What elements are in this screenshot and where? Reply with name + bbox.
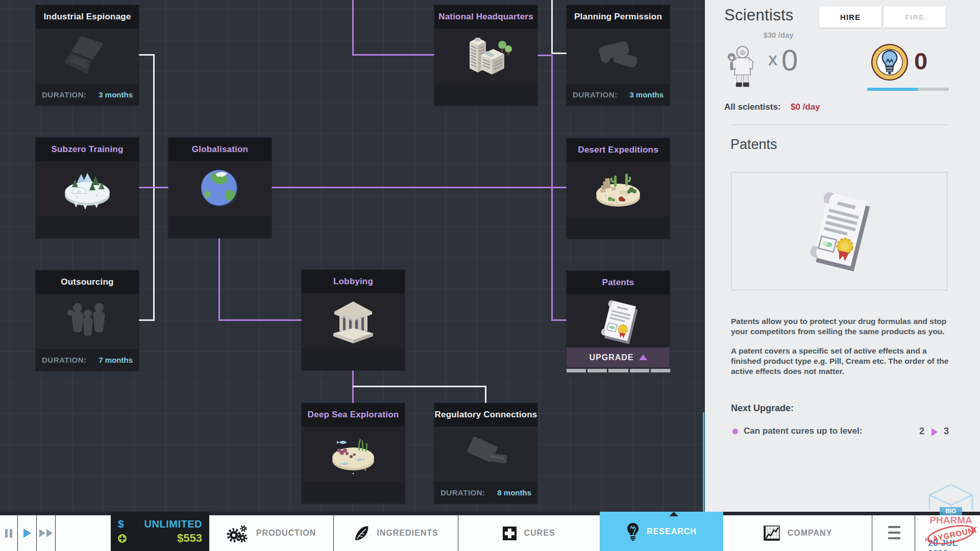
tab-company[interactable]: COMPANY — [723, 515, 872, 551]
pause-button[interactable] — [0, 515, 17, 551]
hire-button[interactable]: HIRE — [819, 6, 881, 28]
research-node-title: Planning Permission — [567, 5, 670, 29]
tab-label: RESEARCH — [647, 527, 697, 536]
tree-connector-line — [537, 55, 553, 56]
fast-forward-button[interactable] — [37, 515, 55, 551]
pause-icon — [5, 529, 12, 538]
upgrade-button[interactable]: UPGRADE — [567, 347, 670, 367]
menu-button[interactable] — [888, 526, 900, 539]
research-node-lobbying[interactable]: Lobbying — [302, 270, 405, 370]
bullet-icon — [732, 429, 738, 434]
globe-icon — [195, 164, 244, 213]
all-scientists-cost: $0 /day — [791, 102, 820, 112]
dollar-icon: $ — [118, 518, 124, 530]
next-upgrade-label: Next Upgrade: — [731, 403, 794, 414]
scientist-count: 0 — [781, 43, 798, 77]
research-node-desert-expeditions[interactable]: Desert Expeditions — [567, 138, 670, 239]
desert-island-icon — [587, 165, 649, 214]
research-node-patents[interactable]: Patents — [567, 271, 670, 367]
research-node-subzero-training[interactable]: Subzero Training — [36, 138, 139, 238]
add-funds-icon — [118, 534, 127, 543]
upgrade-label: UPGRADE — [589, 353, 633, 362]
medical-cross-icon — [503, 527, 517, 540]
research-tree-canvas[interactable]: Industrial Espionage DURATION: 3 months … — [0, 0, 705, 512]
fast-forward-icon — [39, 529, 53, 537]
research-node-title: Regulatory Connections — [434, 403, 537, 427]
tree-connector-line — [139, 187, 168, 188]
scientist-rate: $30 /day — [738, 31, 819, 39]
duration-value: 7 months — [99, 356, 133, 364]
tab-label: CURES — [524, 529, 555, 538]
tab-cures[interactable]: CURES — [458, 515, 600, 551]
research-node-title: Deep Sea Exploration — [302, 403, 405, 427]
tree-connector-line — [352, 54, 434, 56]
research-node-industrial-espionage[interactable]: Industrial Espionage DURATION: 3 months — [36, 5, 139, 106]
duration-label: DURATION: — [440, 488, 485, 497]
tree-connector-line — [218, 238, 220, 321]
play-button[interactable] — [18, 515, 36, 551]
idea-count: 0 — [914, 47, 927, 75]
tree-connector-line — [218, 319, 302, 321]
patents-description-1: Patents allow you to protect your drug f… — [731, 316, 950, 337]
patents-section-title: Patents — [730, 137, 777, 153]
upgrade-current-value: 2 — [919, 426, 924, 437]
tab-label: COMPANY — [788, 529, 832, 538]
gears-icon — [227, 524, 249, 542]
patent-illustration-box — [731, 172, 947, 290]
documents-silhouette-icon — [458, 434, 514, 474]
tree-connector-line — [352, 0, 354, 56]
duration-label: DURATION: — [573, 90, 618, 99]
logo-text-bottom: PHARMA — [929, 515, 972, 525]
big-pharma-logo: BIG PHARMA PLAYGROUND — [925, 484, 976, 549]
bottom-bar: $ UNLIMITED $553 PRODUCTION — [0, 515, 980, 551]
patent-scroll-icon — [590, 296, 646, 345]
snow-island-icon — [57, 165, 118, 213]
tree-connector-line — [551, 319, 567, 321]
duration-label: DURATION: — [42, 90, 87, 99]
research-node-planning-permission[interactable]: Planning Permission DURATION: 3 months — [567, 5, 670, 106]
tab-production[interactable]: PRODUCTION — [209, 515, 333, 551]
research-node-deep-sea-exploration[interactable]: Deep Sea Exploration — [302, 403, 405, 504]
cash-amount: $553 — [177, 532, 202, 545]
courthouse-icon — [325, 297, 381, 344]
logo-text-top: BIG — [945, 508, 956, 515]
multiply-symbol: X — [768, 53, 777, 69]
upgrade-arrow-icon — [639, 355, 647, 360]
research-node-title: Subzero Training — [36, 138, 139, 161]
tree-connector-line — [139, 319, 155, 321]
headquarters-buildings-icon — [455, 32, 517, 81]
duration-value: 3 months — [629, 90, 664, 99]
divider — [731, 124, 948, 125]
research-node-title: National Headquarters — [434, 5, 537, 29]
undersea-island-icon — [323, 430, 384, 479]
tree-connector-line — [272, 187, 567, 188]
upgrade-next-value: 3 — [944, 426, 949, 437]
scientists-panel: Scientists HIRE FIRE $30 /day X 0 — [705, 0, 980, 512]
tab-pointer-icon — [669, 512, 678, 516]
research-node-regulatory-connections[interactable]: Regulatory Connections DURATION: 8 month… — [434, 403, 537, 504]
panel-title: Scientists — [724, 6, 794, 24]
tab-research[interactable]: RESEARCH — [600, 512, 723, 551]
fire-button[interactable]: FIRE — [884, 6, 946, 28]
tab-ingredients[interactable]: INGREDIENTS — [334, 515, 458, 551]
duration-value: 8 months — [497, 488, 531, 497]
upgrade-arrow-icon — [932, 428, 938, 436]
tree-connector-line — [551, 53, 567, 54]
duration-label: DURATION: — [42, 356, 87, 364]
next-upgrade-item: Can patent cures up to level: — [744, 426, 862, 436]
research-progress-bar — [867, 88, 949, 91]
permit-silhouette-icon — [590, 36, 646, 77]
duration-value: 3 months — [99, 90, 133, 99]
patents-description-2: A patent covers a specific set of active… — [731, 346, 950, 377]
research-node-outsourcing[interactable]: Outsourcing DURATION: 7 months — [36, 270, 139, 371]
tree-connector-line — [353, 386, 486, 387]
research-node-title: Desert Expeditions — [567, 138, 670, 162]
research-node-globalisation[interactable]: Globalisation — [168, 138, 272, 238]
research-node-national-headquarters[interactable]: National Headquarters — [434, 5, 537, 106]
tree-connector-line — [352, 367, 354, 403]
big-pharma-research-screen: Industrial Espionage DURATION: 3 months … — [0, 0, 980, 551]
tree-connector-line — [551, 55, 553, 321]
research-node-title: Outsourcing — [36, 270, 139, 294]
scientist-icon — [726, 44, 755, 91]
chart-icon — [763, 525, 780, 541]
